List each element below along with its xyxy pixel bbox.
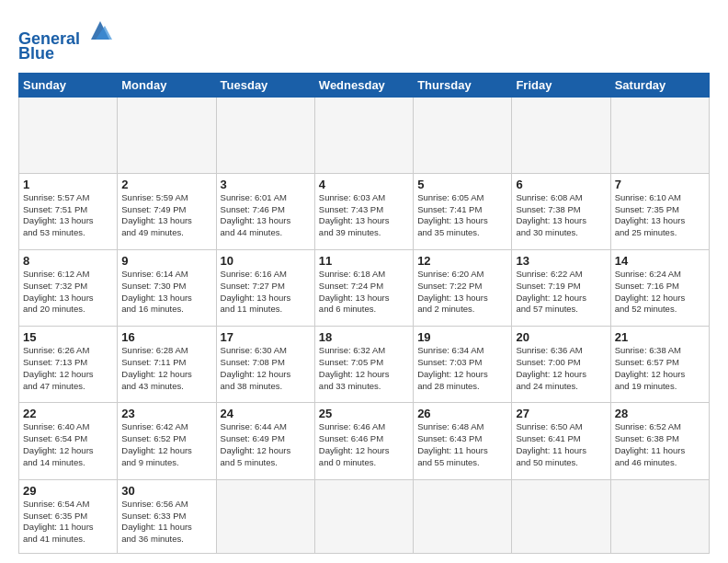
table-row: 6Sunrise: 6:08 AM Sunset: 7:38 PM Daylig… bbox=[512, 173, 610, 249]
day-info: Sunrise: 5:57 AM Sunset: 7:51 PM Dayligh… bbox=[23, 192, 113, 239]
day-number: 10 bbox=[221, 254, 311, 268]
table-row: 4Sunrise: 6:03 AM Sunset: 7:43 PM Daylig… bbox=[314, 173, 413, 249]
table-row: 9Sunrise: 6:14 AM Sunset: 7:30 PM Daylig… bbox=[118, 250, 216, 327]
day-number: 8 bbox=[23, 254, 113, 268]
table-row bbox=[19, 97, 118, 173]
day-number: 21 bbox=[615, 330, 705, 344]
table-row bbox=[216, 97, 314, 173]
table-row bbox=[314, 479, 413, 553]
table-row: 22Sunrise: 6:40 AM Sunset: 6:54 PM Dayli… bbox=[19, 403, 118, 479]
day-number: 16 bbox=[121, 330, 211, 344]
day-info: Sunrise: 6:18 AM Sunset: 7:24 PM Dayligh… bbox=[319, 269, 409, 316]
table-row: 23Sunrise: 6:42 AM Sunset: 6:52 PM Dayli… bbox=[118, 403, 216, 479]
day-number: 28 bbox=[615, 407, 705, 420]
table-row: 12Sunrise: 6:20 AM Sunset: 7:22 PM Dayli… bbox=[414, 250, 512, 327]
table-row: 7Sunrise: 6:10 AM Sunset: 7:35 PM Daylig… bbox=[610, 173, 709, 249]
day-info: Sunrise: 6:01 AM Sunset: 7:46 PM Dayligh… bbox=[221, 192, 311, 239]
day-info: Sunrise: 6:44 AM Sunset: 6:49 PM Dayligh… bbox=[221, 421, 311, 468]
table-row: 5Sunrise: 6:05 AM Sunset: 7:41 PM Daylig… bbox=[414, 173, 512, 249]
day-number: 26 bbox=[417, 407, 507, 420]
day-number: 27 bbox=[516, 407, 606, 420]
day-info: Sunrise: 6:50 AM Sunset: 6:41 PM Dayligh… bbox=[516, 421, 606, 468]
day-number: 18 bbox=[319, 330, 409, 344]
day-number: 1 bbox=[23, 178, 113, 191]
day-number: 11 bbox=[319, 254, 409, 268]
table-row: 30Sunrise: 6:56 AM Sunset: 6:33 PM Dayli… bbox=[118, 479, 216, 553]
table-row: 19Sunrise: 6:34 AM Sunset: 7:03 PM Dayli… bbox=[414, 327, 512, 403]
day-info: Sunrise: 6:56 AM Sunset: 6:33 PM Dayligh… bbox=[121, 499, 211, 546]
table-row: 16Sunrise: 6:28 AM Sunset: 7:11 PM Dayli… bbox=[118, 327, 216, 403]
table-row bbox=[216, 479, 314, 553]
table-row: 2Sunrise: 5:59 AM Sunset: 7:49 PM Daylig… bbox=[118, 173, 216, 249]
table-row: 29Sunrise: 6:54 AM Sunset: 6:35 PM Dayli… bbox=[19, 479, 118, 553]
table-row bbox=[512, 97, 610, 173]
table-row: 1Sunrise: 5:57 AM Sunset: 7:51 PM Daylig… bbox=[19, 173, 118, 249]
day-number: 25 bbox=[319, 407, 409, 420]
day-info: Sunrise: 6:36 AM Sunset: 7:00 PM Dayligh… bbox=[516, 345, 606, 392]
logo: General Blue bbox=[18, 17, 114, 63]
day-number: 20 bbox=[516, 330, 606, 344]
table-row: 27Sunrise: 6:50 AM Sunset: 6:41 PM Dayli… bbox=[512, 403, 610, 479]
day-number: 4 bbox=[319, 178, 409, 191]
day-info: Sunrise: 6:30 AM Sunset: 7:08 PM Dayligh… bbox=[221, 345, 311, 392]
day-number: 24 bbox=[221, 407, 311, 420]
table-row: 13Sunrise: 6:22 AM Sunset: 7:19 PM Dayli… bbox=[512, 250, 610, 327]
table-row: 15Sunrise: 6:26 AM Sunset: 7:13 PM Dayli… bbox=[19, 327, 118, 403]
day-info: Sunrise: 6:40 AM Sunset: 6:54 PM Dayligh… bbox=[23, 421, 113, 468]
table-row: 21Sunrise: 6:38 AM Sunset: 6:57 PM Dayli… bbox=[610, 327, 709, 403]
day-info: Sunrise: 6:34 AM Sunset: 7:03 PM Dayligh… bbox=[417, 345, 507, 392]
table-row bbox=[610, 97, 709, 173]
day-info: Sunrise: 6:38 AM Sunset: 6:57 PM Dayligh… bbox=[615, 345, 705, 392]
day-info: Sunrise: 6:42 AM Sunset: 6:52 PM Dayligh… bbox=[121, 421, 211, 468]
table-row: 20Sunrise: 6:36 AM Sunset: 7:00 PM Dayli… bbox=[512, 327, 610, 403]
table-row bbox=[314, 97, 413, 173]
header-sunday: Sunday bbox=[19, 73, 118, 97]
day-info: Sunrise: 6:16 AM Sunset: 7:27 PM Dayligh… bbox=[221, 269, 311, 316]
day-info: Sunrise: 6:20 AM Sunset: 7:22 PM Dayligh… bbox=[417, 269, 507, 316]
day-info: Sunrise: 6:52 AM Sunset: 6:38 PM Dayligh… bbox=[615, 421, 705, 468]
table-row: 25Sunrise: 6:46 AM Sunset: 6:46 PM Dayli… bbox=[314, 403, 413, 479]
day-info: Sunrise: 6:22 AM Sunset: 7:19 PM Dayligh… bbox=[516, 269, 606, 316]
day-number: 22 bbox=[23, 407, 113, 420]
table-row bbox=[118, 97, 216, 173]
calendar-page: General Blue Sunday Monday Tuesday bbox=[0, 0, 728, 563]
day-number: 2 bbox=[121, 178, 211, 191]
day-number: 12 bbox=[417, 254, 507, 268]
day-info: Sunrise: 6:05 AM Sunset: 7:41 PM Dayligh… bbox=[417, 192, 507, 239]
table-row: 14Sunrise: 6:24 AM Sunset: 7:16 PM Dayli… bbox=[610, 250, 709, 327]
table-row bbox=[414, 479, 512, 553]
table-row: 17Sunrise: 6:30 AM Sunset: 7:08 PM Dayli… bbox=[216, 327, 314, 403]
day-info: Sunrise: 6:08 AM Sunset: 7:38 PM Dayligh… bbox=[516, 192, 606, 239]
day-number: 23 bbox=[121, 407, 211, 420]
day-number: 7 bbox=[615, 178, 705, 191]
day-info: Sunrise: 6:26 AM Sunset: 7:13 PM Dayligh… bbox=[23, 345, 113, 392]
day-info: Sunrise: 5:59 AM Sunset: 7:49 PM Dayligh… bbox=[121, 192, 211, 239]
day-number: 9 bbox=[121, 254, 211, 268]
table-row: 26Sunrise: 6:48 AM Sunset: 6:43 PM Dayli… bbox=[414, 403, 512, 479]
header-thursday: Thursday bbox=[414, 73, 512, 97]
day-number: 29 bbox=[23, 484, 113, 498]
table-row: 8Sunrise: 6:12 AM Sunset: 7:32 PM Daylig… bbox=[19, 250, 118, 327]
day-number: 17 bbox=[221, 330, 311, 344]
day-number: 15 bbox=[23, 330, 113, 344]
table-row: 18Sunrise: 6:32 AM Sunset: 7:05 PM Dayli… bbox=[314, 327, 413, 403]
day-info: Sunrise: 6:32 AM Sunset: 7:05 PM Dayligh… bbox=[319, 345, 409, 392]
table-row: 28Sunrise: 6:52 AM Sunset: 6:38 PM Dayli… bbox=[610, 403, 709, 479]
header-monday: Monday bbox=[118, 73, 216, 97]
day-info: Sunrise: 6:46 AM Sunset: 6:46 PM Dayligh… bbox=[319, 421, 409, 468]
header-tuesday: Tuesday bbox=[216, 73, 314, 97]
header: General Blue bbox=[18, 17, 710, 63]
day-info: Sunrise: 6:48 AM Sunset: 6:43 PM Dayligh… bbox=[417, 421, 507, 468]
day-info: Sunrise: 6:03 AM Sunset: 7:43 PM Dayligh… bbox=[319, 192, 409, 239]
table-row bbox=[610, 479, 709, 553]
day-number: 6 bbox=[516, 178, 606, 191]
calendar-table: Sunday Monday Tuesday Wednesday Thursday… bbox=[18, 73, 710, 554]
day-info: Sunrise: 6:54 AM Sunset: 6:35 PM Dayligh… bbox=[23, 499, 113, 546]
table-row: 11Sunrise: 6:18 AM Sunset: 7:24 PM Dayli… bbox=[314, 250, 413, 327]
header-friday: Friday bbox=[512, 73, 610, 97]
table-row bbox=[512, 479, 610, 553]
day-info: Sunrise: 6:14 AM Sunset: 7:30 PM Dayligh… bbox=[121, 269, 211, 316]
header-saturday: Saturday bbox=[610, 73, 709, 97]
table-row: 10Sunrise: 6:16 AM Sunset: 7:27 PM Dayli… bbox=[216, 250, 314, 327]
day-number: 5 bbox=[417, 178, 507, 191]
